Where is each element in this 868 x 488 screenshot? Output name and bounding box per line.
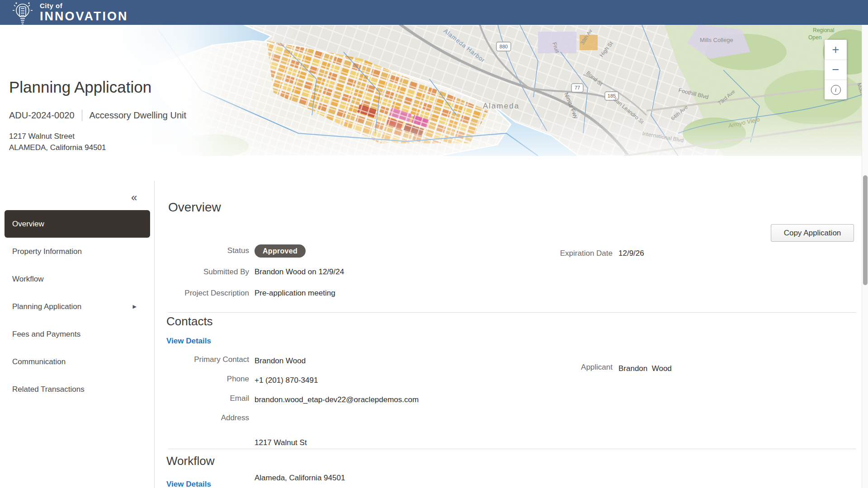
primary-contact-value: Brandon Wood xyxy=(255,355,306,367)
submitted-by-value: Brandon Wood on 12/9/24 xyxy=(255,266,344,278)
map-info-button[interactable]: i xyxy=(825,80,847,99)
email-row: Email brandon.wood_etap-dev22@oraclepdem… xyxy=(155,394,419,406)
sidebar-collapse-button[interactable]: « xyxy=(131,191,136,204)
contact-address-line1: 1217 Walnut St xyxy=(255,437,345,449)
expiration-date-value: 12/9/26 xyxy=(618,248,644,259)
section-heading-overview: Overview xyxy=(168,200,221,215)
map-label-mills-college: Mills College xyxy=(700,37,733,43)
sidebar-item-overview[interactable]: Overview xyxy=(5,210,150,238)
status-row: Status Approved xyxy=(155,244,344,258)
brand-innovation: INNOVATION xyxy=(40,9,128,23)
sidebar-item-communication[interactable]: Communication xyxy=(5,348,150,375)
map-zoom-out-button[interactable]: − xyxy=(825,60,847,80)
copy-application-button[interactable]: Copy Application xyxy=(771,224,854,242)
contact-address-label: Address xyxy=(155,413,255,422)
submitted-by-label: Submitted By xyxy=(155,267,255,277)
sidebar-item-workflow[interactable]: Workflow xyxy=(5,265,150,293)
expiration-date-row: Expiration Date 12/9/26 xyxy=(497,247,644,260)
hero-address-line2: ALAMEDA, California 94501 xyxy=(9,142,186,154)
status-label: Status xyxy=(155,246,255,255)
status-badge: Approved xyxy=(255,244,306,258)
sidebar-item-property-information[interactable]: Property Information xyxy=(5,238,150,265)
email-label: Email xyxy=(155,394,255,403)
divider-contacts xyxy=(168,312,856,313)
expiration-date-label: Expiration Date xyxy=(497,249,618,258)
section-heading-contacts: Contacts xyxy=(166,314,213,328)
project-description-value: Pre-application meeting xyxy=(255,287,335,299)
primary-contact-label: Primary Contact xyxy=(155,355,255,364)
map-control-panel: + − i xyxy=(825,40,847,99)
overview-fields-right: Expiration Date 12/9/26 xyxy=(497,247,644,268)
record-id: ADU-2024-0020 xyxy=(9,110,75,121)
city-logo: City of INNOVATION xyxy=(10,0,128,26)
sidebar-item-related-transactions[interactable]: Related Transactions xyxy=(5,375,150,403)
vertical-scrollbar[interactable] xyxy=(862,25,868,488)
applicant-label: Applicant xyxy=(497,363,618,375)
sidebar-nav: Overview Property Information Workflow P… xyxy=(0,210,155,403)
submenu-arrow-icon: ▶ xyxy=(133,304,137,310)
contact-address-line2: Alameda, California 94501 xyxy=(255,472,345,484)
phone-label: Phone xyxy=(155,375,255,384)
submitted-by-row: Submitted By Brandon Wood on 12/9/24 xyxy=(155,265,344,279)
primary-contact-row: Primary Contact Brandon Wood xyxy=(155,355,419,367)
lightbulb-icon xyxy=(10,0,35,26)
applicant-row: Applicant Brandon Wood xyxy=(497,363,672,375)
page-title: Planning Application xyxy=(9,78,186,96)
shield-sr77: 77 xyxy=(575,85,580,90)
overview-fields-left: Status Approved Submitted By Brandon Woo… xyxy=(155,244,344,308)
brand-city-of: City of xyxy=(40,2,128,9)
map-label-regional: Regional xyxy=(813,27,834,33)
map-label-alameda: Alameda xyxy=(483,102,519,110)
contacts-view-details-link[interactable]: View Details xyxy=(166,337,211,346)
map-label-open: Open xyxy=(808,34,821,41)
divider-workflow xyxy=(168,449,856,449)
workflow-view-details-link[interactable]: View Details xyxy=(166,480,211,488)
hero-address-line1: 1217 Walnut Street xyxy=(9,131,186,142)
contact-address-row: Address 1217 Walnut St Alameda, Californ… xyxy=(155,413,419,488)
map-zoom-in-button[interactable]: + xyxy=(825,40,847,60)
record-separator xyxy=(82,110,82,121)
map-banner[interactable]: 880 77 185 ay Fry Alameda Harbor Alameda… xyxy=(0,25,868,181)
shield-i880: 880 xyxy=(500,44,508,49)
section-heading-workflow: Workflow xyxy=(166,454,214,468)
phone-row: Phone +1 (201) 870-3491 xyxy=(155,375,419,386)
record-type: Accessory Dwelling Unit xyxy=(90,110,187,121)
sidebar-item-planning-application[interactable]: Planning Application ▶ xyxy=(5,293,150,320)
phone-value: +1 (201) 870-3491 xyxy=(255,375,318,386)
info-icon: i xyxy=(831,85,841,95)
scrollbar-thumb[interactable] xyxy=(863,175,868,285)
email-value: brandon.wood_etap-dev22@oraclepdemos.com xyxy=(255,394,419,406)
project-description-row: Project Description Pre-application meet… xyxy=(155,286,344,300)
app-header: City of INNOVATION xyxy=(0,0,868,25)
sidebar-item-fees-and-payments[interactable]: Fees and Payments xyxy=(5,320,150,348)
project-description-label: Project Description xyxy=(155,289,255,298)
applicant-value: Brandon Wood xyxy=(618,363,672,375)
